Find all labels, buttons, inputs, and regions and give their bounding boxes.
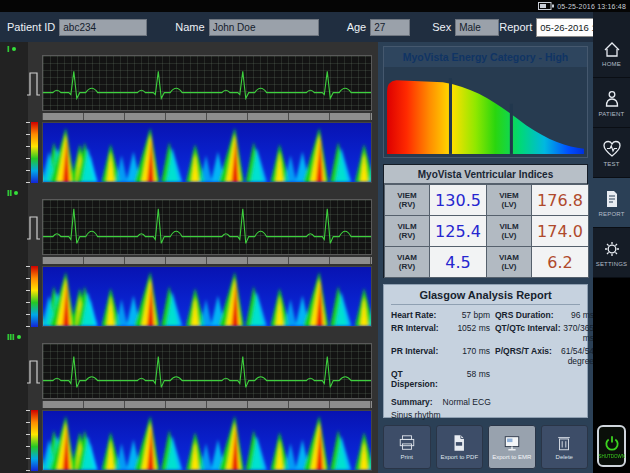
time-axis-strip (42, 401, 372, 408)
age-field[interactable] (370, 19, 410, 36)
patient-id-label: Patient ID (7, 21, 55, 33)
calibration-pulse-icon (26, 343, 41, 399)
myovista-app: 05-25-2016 13:16:48 Patient ID Name Age … (0, 0, 630, 473)
glasgow-report-title: Glasgow Analysis Report (391, 289, 580, 305)
ecg-panel-lead-I: I (0, 42, 378, 185)
report-label: Report (499, 21, 532, 33)
delete-button[interactable]: Delete (541, 425, 589, 469)
colorbar-ticks (26, 266, 30, 327)
index-label: VILM(LV) (487, 216, 532, 247)
ventricular-indices-card: MyoVista Ventricular Indices VIEM(RV) 13… (383, 164, 588, 278)
ventricular-indices-table: VIEM(RV) 130.5 VIEM(LV) 176.8 VILM(RV) 1… (384, 184, 589, 278)
system-datetime: 05-25-2016 13:16:48 (557, 3, 626, 10)
printer-icon (398, 434, 416, 452)
lead-label-III: III (7, 332, 21, 342)
glasgow-report-card: Glasgow Analysis Report Heart Rate:57 bp… (383, 284, 588, 418)
colorbar (31, 266, 38, 327)
home-icon (602, 39, 622, 59)
export-pdf-button[interactable]: Export to PDF (436, 425, 484, 469)
power-area: SHUTDOWN (593, 419, 630, 473)
name-label: Name (175, 21, 204, 33)
power-button[interactable]: SHUTDOWN (597, 425, 626, 467)
status-bar: 05-25-2016 13:16:48 (0, 0, 630, 12)
age-label: Age (347, 21, 367, 33)
index-value-lv: 176.8 (532, 185, 589, 216)
energy-category-title: MyoVista Energy Category - High (384, 47, 587, 67)
energy-spectrum-chart (384, 67, 587, 157)
power-icon (603, 434, 621, 452)
lead-label-II: II (7, 188, 18, 198)
sidebar-item-test[interactable]: TEST (593, 128, 630, 178)
index-label: VIEM(RV) (385, 185, 430, 216)
index-label: VIAM(LV) (487, 247, 532, 278)
emr-monitor-icon (503, 434, 521, 452)
index-value-rv: 130.5 (430, 185, 487, 216)
report-panel: MyoVista Energy Category - High MyoVista… (378, 42, 593, 473)
pdf-file-icon (450, 434, 468, 452)
nav-sidebar: HOME PATIENT TEST REPORT (593, 12, 630, 473)
ecg-trace-lead-II (42, 199, 372, 255)
heart-pulse-icon (602, 139, 622, 159)
colorbar-ticks (26, 410, 30, 471)
index-label: VIEM(LV) (487, 185, 532, 216)
ventricular-indices-title: MyoVista Ventricular Indices (384, 165, 587, 184)
table-row: VIEM(RV) 130.5 VIEM(LV) 176.8 (385, 185, 589, 216)
time-axis-strip (42, 257, 372, 264)
glasgow-measurements: Heart Rate:57 bpm QRS Duration:96 ms RR … (391, 310, 580, 389)
lead-indicator-dot (14, 191, 18, 195)
patient-icon (602, 89, 622, 109)
sidebar-item-home[interactable]: HOME (593, 28, 630, 78)
spectrogram-lead-I (42, 122, 372, 183)
report-icon (602, 189, 622, 209)
spectrogram-lead-II (42, 266, 372, 327)
energy-category-card: MyoVista Energy Category - High (383, 46, 588, 158)
index-value-lv: 174.0 (532, 216, 589, 247)
ecg-trace-lead-I (42, 55, 372, 111)
print-button[interactable]: Print (383, 425, 431, 469)
action-buttons: Print Export to PDF (383, 425, 588, 469)
lead-indicator-dot (17, 335, 21, 339)
trash-icon (555, 434, 573, 452)
glasgow-rhythm: Sinus rhythm (391, 410, 580, 420)
colorbar (31, 122, 38, 183)
sex-label: Sex (432, 21, 451, 33)
index-label: VIAM(RV) (385, 247, 430, 278)
glasgow-summary: Summary:Normal ECG (391, 397, 580, 407)
battery-icon (538, 2, 554, 10)
gear-icon (602, 239, 622, 259)
sidebar-filler (593, 278, 630, 419)
patient-id-field[interactable] (59, 19, 147, 36)
export-emr-button[interactable]: Export to EMR (488, 425, 536, 469)
colorbar (31, 410, 38, 471)
calibration-pulse-icon (26, 55, 41, 111)
index-value-rv: 125.4 (430, 216, 487, 247)
index-value-rv: 4.5 (430, 247, 487, 278)
sidebar-item-settings[interactable]: SETTINGS (593, 228, 630, 278)
table-row: VILM(RV) 125.4 VILM(LV) 174.0 (385, 216, 589, 247)
colorbar-ticks (26, 122, 30, 183)
patient-bar: Patient ID Name Age Sex Report 05-26-201… (0, 12, 630, 42)
sidebar-item-patient[interactable]: PATIENT (593, 78, 630, 128)
sidebar-item-report[interactable]: REPORT (593, 178, 630, 228)
calibration-pulse-icon (26, 199, 41, 255)
ecg-trace-lead-III (42, 343, 372, 399)
lead-indicator-dot (12, 47, 16, 51)
lead-label-I: I (7, 44, 16, 54)
index-label: VILM(RV) (385, 216, 430, 247)
index-value-lv: 6.2 (532, 247, 589, 278)
time-axis-strip (42, 113, 372, 120)
ecg-region: I (0, 42, 378, 473)
name-field[interactable] (209, 19, 319, 36)
ecg-panel-lead-III: III (0, 330, 378, 473)
table-row: VIAM(RV) 4.5 VIAM(LV) 6.2 (385, 247, 589, 278)
spectrogram-lead-III (42, 410, 372, 471)
ecg-panel-lead-II: II (0, 186, 378, 329)
sex-field[interactable] (455, 19, 499, 36)
